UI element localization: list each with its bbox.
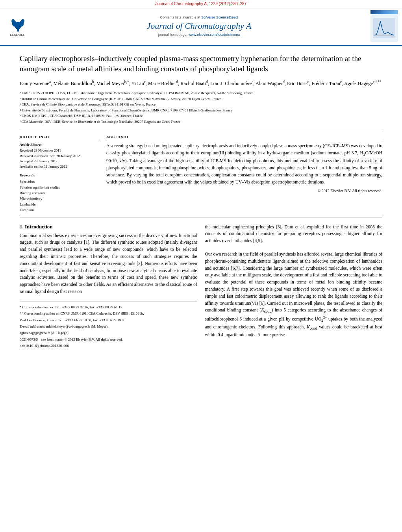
article-info-section: ARTICLE INFO Article history: Received 2… [20,135,98,213]
svg-point-4 [11,19,15,23]
sciverse-link: SciVerse ScienceDirect [201,15,238,19]
footnote-2b: Paul Les Durance, France. Tel.: +33 4 66… [20,317,197,323]
intro-section-number: 1. [20,224,24,230]
cover-content [371,14,398,42]
sciverse-line: Contents lists available at SciVerse Sci… [31,15,367,19]
journal-header: ELSEVIER Contents lists available at Sci… [0,7,402,46]
affil-a: a UMR CNRS 7178 IPHC-DSA, ECPM, Laborato… [20,91,382,96]
keywords-label: Keywords: [20,173,98,177]
journal-name: Journal of Chromatography A [31,21,367,31]
elsevier-tree-icon [9,15,27,33]
history-accepted: Accepted 23 January 2012 [20,159,98,164]
body-columns: 1. Introduction Combinatorial synthesis … [20,224,382,350]
keyword-lanthanide: Lanthanide [20,202,98,207]
abstract-section: ABSTRACT A screening strategy based on h… [106,135,382,213]
journal-cover [371,10,398,42]
cover-stripe [371,10,398,14]
body-divider [20,217,382,217]
cover-chart-icon [372,17,396,39]
article-history-label: Article history: [20,143,98,146]
affil-e: e CNRS UMR 6191, CEA Cadarache, DSV iBEB… [20,113,382,119]
keyword-binding: Binding constants [20,190,98,196]
homepage-line: journal homepage: www.elsevier.com/locat… [31,33,367,37]
elsevier-text: ELSEVIER [10,33,25,37]
journal-ref-text: Journal of Chromatography A, 1229 (2012)… [156,2,246,6]
footnote-1: * Corresponding author. Tel.: +33 3 80 3… [20,304,197,310]
body-right-column: the molecular engineering principles [3]… [205,224,383,350]
abstract-text: A screening strategy based on hyphenated… [106,143,382,185]
history-revised: Received in revised form 20 January 2012 [20,154,98,159]
keyword-solution: Solution equilibrium studies [20,185,98,190]
footnotes: * Corresponding author. Tel.: +33 3 80 3… [20,302,197,349]
journal-reference-bar: Journal of Chromatography A, 1229 (2012)… [0,0,402,7]
affil-d: d Université de Strasbourg, Faculté de P… [20,108,382,113]
history-received: Received 29 November 2011 [20,148,98,154]
affiliations: a UMR CNRS 7178 IPHC-DSA, ECPM, Laborato… [20,91,382,124]
keyword-speciation: Speciation [20,179,98,184]
intro-section-title: 1. Introduction [20,224,197,230]
paper-content: Capillary electrophoresis–inductively co… [0,46,402,358]
affil-c: c CEA, Service de Chimie Bioorganique et… [20,102,382,108]
article-info-label: ARTICLE INFO [20,135,98,140]
footnote-2: ** Corresponding author at: CNRS UMR 619… [20,311,197,316]
keyword-europium: Europium [20,207,98,213]
intro-paragraph-1: Combinatorial synthesis experiences an e… [20,232,197,295]
intro-section-name: Introduction [25,224,53,230]
footnote-issn: 0021-9673/$ – see front matter © 2012 El… [20,337,197,342]
authors-line: Fanny Varennea, Mélanie Bourdillonb, Mic… [20,79,382,87]
abstract-label: ABSTRACT [106,135,382,140]
intro-paragraph-3: Our own research in the field of paralle… [205,251,383,339]
affil-b: b Institut de Chimie Moléculaire de l'Un… [20,96,382,102]
history-available: Available online 31 January 2012 [20,164,98,170]
homepage-link: www.elsevier.com/locate/chroma [189,33,240,37]
header-divider [20,131,382,131]
journal-title-area: Contents lists available at SciVerse Sci… [31,15,367,37]
elsevier-logo: ELSEVIER [4,15,31,37]
footnote-doi: doi:10.1016/j.chroma.2012.01.066 [20,343,197,348]
footnote-email: E-mail addresses: michel.meyer@u-bourgog… [20,324,197,329]
body-left-column: 1. Introduction Combinatorial synthesis … [20,224,197,350]
affil-f: f CEA Marcoule, DSV iBEB, Service de Bio… [20,119,382,125]
footnote-email2: agnes.hagege@cea.fr (A. Hagège). [20,330,197,336]
info-abstract-row: ARTICLE INFO Article history: Received 2… [20,135,382,213]
keyword-microchemistry: Microchemistry [20,196,98,201]
intro-paragraph-2: the molecular engineering principles [3]… [205,224,383,245]
svg-point-5 [21,19,24,23]
copyright-line: © 2012 Elsevier B.V. All rights reserved… [106,189,382,193]
paper-title: Capillary electrophoresis–inductively co… [20,54,382,74]
